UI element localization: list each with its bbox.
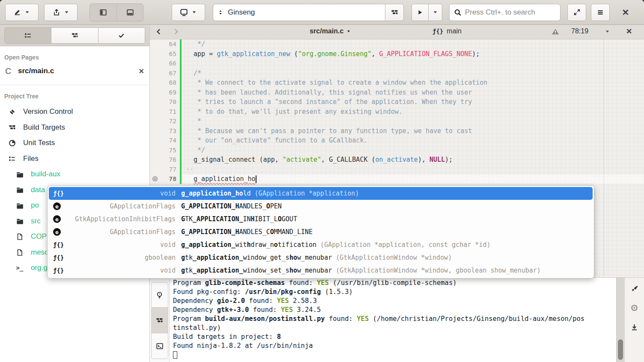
search-input[interactable] [465,8,556,17]
code-line-65[interactable]: 65 app = gtk_application_new ("org.gnome… [150,49,644,59]
output-line: Program build-aux/meson/postinstall.py f… [173,315,613,323]
sidebar-tab-todo[interactable] [98,28,145,43]
run-button[interactable] [411,4,429,21]
tree-item-build-aux[interactable]: build-aux [0,166,149,182]
hamburger-menu-icon [596,9,604,16]
play-icon [417,9,423,16]
output-segment: build-aux/meson/postinstall.py [205,315,325,323]
completion-row-1[interactable]: eGApplicationFlagsG_APPLICATION_HANDLES_… [49,200,593,213]
device-selector-button[interactable] [172,4,205,21]
toggle-bottom-panel-button[interactable] [116,4,143,21]
open-pages-label: Open Pages [0,46,149,63]
line-gutter: 70 [150,97,180,107]
code-line-64[interactable]: 64 */ [150,39,644,49]
code-line-66[interactable]: 66 [150,59,644,68]
chevron-down-icon [24,9,30,15]
search-icon [454,9,462,16]
completion-row-2[interactable]: eGtkApplicationInhibitFlagsGTK_APPLICATI… [49,213,593,226]
code-line-74[interactable]: 74 * our "on_activate" function to a GCa… [150,136,644,145]
line-gutter: 76 [150,155,180,165]
completion-row-0[interactable]: ƒ{}voidg_application_hold (GApplication … [49,187,593,200]
panel-tab-diagnostics[interactable] [151,282,168,308]
symbol-breadcrumb[interactable]: ƒ{}main [432,27,462,35]
code-line-77[interactable]: 77·· [150,165,644,175]
run-options-button[interactable] [429,4,442,21]
completion-row-5[interactable]: ƒ{}gbooleangtk_application_window_get_sh… [49,251,593,264]
output-scrollbar[interactable] [616,278,624,362]
toggle-left-panel-button[interactable] [90,4,116,21]
edit-mode-button[interactable] [5,4,39,21]
line-number: 74 [160,137,180,144]
clear-log-icon[interactable] [630,285,638,293]
omnibar[interactable]: Ginseng [213,4,385,21]
code-line-70[interactable]: 70 * tries to launch a "second instance"… [150,97,644,107]
menu-button[interactable] [591,4,610,21]
nav-forward-icon[interactable] [172,28,180,36]
global-search[interactable] [449,4,561,21]
completion-popup: ƒ{}voidg_application_hold (GApplication … [47,185,594,279]
build-tree-icon [71,32,78,39]
build-bricks-icon [156,317,163,324]
editor-title: src/main.c • [274,27,385,35]
build-button[interactable] [385,4,404,21]
tree-item-build-targets[interactable]: Build Targets [0,120,149,136]
line-gutter: 69 [150,88,180,98]
code-line-69[interactable]: 69 * has been lauched. Additionally, thi… [150,88,644,98]
output-line: Dependency gtk+-3.0 found: YES 3.24.5 [173,306,613,315]
output-segment: Dependency [173,297,217,305]
close-page-icon[interactable]: ✕ [139,67,144,75]
line-gutter: 71 [150,107,180,117]
save-log-icon[interactable] [630,323,638,331]
tree-item-unit-tests[interactable]: Unit Tests [0,135,149,151]
code-line-76[interactable]: 76 g_signal_connect (app, "activate", G_… [150,155,644,165]
code-line-71[interactable]: 71 * to do that, we'll just present any … [150,107,644,117]
editor-tabbar: src/main.c • ƒ{}main 78:19 ✕ [150,25,644,39]
window-close-button[interactable]: ✕ [618,7,633,18]
build-output[interactable]: Program glib-compile-schemas found: YES … [170,278,616,362]
completion-return-type: gboolean [65,254,176,261]
folder-icon [15,217,24,225]
scrollbar-thumb[interactable] [618,339,623,360]
updown-icon [218,9,224,15]
code-segment: NULL [429,156,445,163]
warning-icon[interactable] [552,28,559,36]
fullscreen-button[interactable] [567,4,586,21]
cursor-position[interactable]: 78:19 [571,27,588,35]
output-segment: Found pkg-config: [173,288,245,296]
follow-output-icon[interactable] [630,304,638,312]
completion-row-3[interactable]: eGApplicationFlagsG_APPLICATION_HANDLES_… [49,226,593,238]
sidebar-tab-build[interactable] [51,28,98,43]
tree-item-files[interactable]: Files [0,151,149,167]
open-page-item[interactable]: C src/main.c ✕ [0,63,149,79]
code-line-73[interactable]: 73 * Because we can't pass a pointer to … [150,126,644,136]
code-line-67[interactable]: 67 /* [150,68,644,78]
panel-tab-build-output[interactable] [151,308,168,333]
code-segment: * tries to launch a "second instance" of… [186,98,472,106]
line-number: 71 [160,108,180,115]
enum-glyph: e [53,215,61,223]
code-text: * [182,117,201,125]
code-segment: * [186,117,201,125]
output-segment: found: [249,306,281,314]
editor-options-icon[interactable] [605,29,610,34]
code-line-68[interactable]: 68 * We connect to the activate signal t… [150,78,644,88]
build-bricks-icon [391,9,398,16]
function-glyph: ƒ{} [53,190,64,197]
completion-row-4[interactable]: ƒ{}voidg_application_withdraw_notificati… [49,238,593,251]
line-number: 69 [160,89,180,96]
code-line-75[interactable]: 75 */ [150,145,644,155]
tree-item-version-control[interactable]: Version Control [0,104,149,120]
code-line-78[interactable]: 78 g_application_ho [150,174,644,184]
sidebar-tab-project[interactable] [5,28,51,43]
export-button[interactable] [44,4,78,21]
output-segment: YES [317,279,329,287]
omnibar-project-name: Ginseng [228,8,255,17]
panel-tab-terminal[interactable] [151,333,168,359]
terminal-cursor [173,351,177,359]
git-icon [8,108,16,116]
files-icon [8,155,16,163]
code-line-72[interactable]: 72 * [150,116,644,126]
completion-row-6[interactable]: ƒ{}voidgtk_application_window_set_show_m… [49,264,593,277]
nav-back-icon[interactable] [155,28,163,36]
editor-close-icon[interactable]: ✕ [626,27,632,36]
